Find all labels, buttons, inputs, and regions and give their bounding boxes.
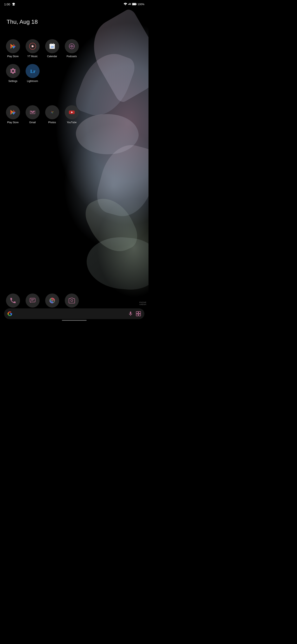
app-play-store[interactable]: Play Store [4,39,22,58]
status-bar: 1:00 100% [0,0,148,8]
app-lightroom[interactable]: Lr Lightroom [24,64,41,82]
google-g-icon [7,311,12,316]
yt-music-icon [29,43,36,50]
svg-point-27 [71,300,73,302]
photos-icon [49,109,56,116]
settings-icon [9,68,16,74]
app-label-gmail: Gmail [29,121,36,124]
app-youtube[interactable]: YouTube [63,105,80,124]
svg-rect-12 [72,46,73,47]
app-label-calendar: Calendar [47,55,57,58]
app-photos[interactable]: Photos [43,105,61,124]
app-gmail[interactable]: M Gmail [24,105,41,124]
app-grid-top: Play Store YT Music 18 [4,39,144,82]
app-phone[interactable] [4,294,22,308]
app-yt-music[interactable]: YT Music [24,39,41,58]
date-display: Thu, Aug 18 [6,18,38,25]
app-label-lightroom: Lightroom [27,80,38,82]
podcasts-icon [68,43,75,50]
svg-rect-28 [136,312,138,314]
messages-icon [29,297,36,304]
mic-icon[interactable] [128,311,133,316]
app-camera[interactable] [63,294,80,308]
chrome-icon [49,297,56,304]
svg-rect-11 [70,46,71,47]
app-settings[interactable]: Settings [4,64,22,82]
phone-icon [9,297,16,304]
app-play-store-2[interactable]: Play Store [4,105,22,124]
home-indicator [62,320,87,321]
app-label-play-store: Play Store [7,55,18,58]
wifi-icon [124,3,127,6]
app-calendar[interactable]: 18 Calendar [43,39,61,58]
svg-text:18: 18 [50,45,53,48]
svg-rect-13 [69,46,70,47]
svg-rect-2 [132,3,136,5]
app-row-2: Settings Lr Lightroom [4,64,144,82]
app-row-1: Play Store YT Music 18 [4,39,144,58]
app-grid-middle: Play Store M Gmail [4,105,144,124]
app-label-photos: Photos [48,121,56,124]
app-label-youtube: YouTube [67,121,76,124]
search-bar[interactable] [4,308,144,319]
dock [4,294,144,308]
calendar-icon: 18 [49,43,56,50]
lens-icon[interactable] [136,311,141,316]
youtube-icon [68,109,75,116]
svg-rect-10 [71,45,72,48]
app-messages[interactable] [24,294,41,308]
app-chrome[interactable] [43,294,61,308]
gmail-icon: M [29,109,36,116]
date-text: Thu, Aug 18 [6,18,38,25]
battery-percent: 100% [138,3,144,6]
app-podcasts[interactable]: Podcasts [63,39,80,58]
app-row-middle-1: Play Store M Gmail [4,105,144,124]
app-label-podcasts: Podcasts [67,55,77,58]
app-label-play-store-2: Play Store [7,121,18,124]
svg-text:Lr: Lr [30,69,35,74]
drive-icon [12,2,15,6]
app-label-settings: Settings [8,80,17,82]
app-label-yt-music: YT Music [27,55,38,58]
svg-rect-1 [136,4,137,4]
lightroom-icon: Lr [29,68,36,74]
svg-rect-31 [139,314,141,316]
svg-rect-29 [139,312,141,314]
svg-rect-14 [73,46,74,47]
svg-rect-30 [136,314,138,316]
svg-point-25 [51,300,53,301]
status-time: 1:00 [4,2,10,6]
camera-icon [68,297,75,304]
svg-rect-20 [30,298,35,302]
battery-icon [132,3,137,5]
play-store-icon [9,43,16,50]
signal-icon [128,3,131,6]
svg-text:M: M [31,110,34,114]
play-store-icon-2 [9,109,16,116]
